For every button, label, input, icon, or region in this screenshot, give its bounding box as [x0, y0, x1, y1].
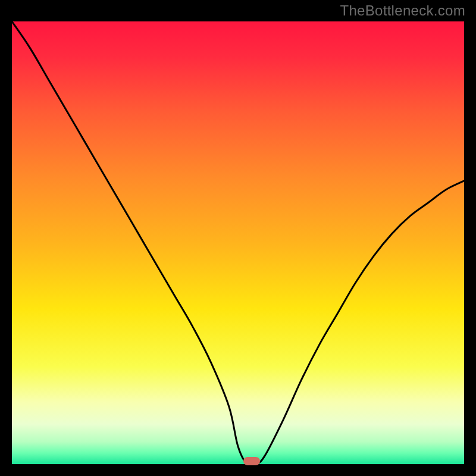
optimal-point-marker [243, 457, 260, 465]
watermark-text: TheBottleneck.com [340, 2, 465, 19]
gradient-background [12, 21, 464, 464]
bottleneck-curve-plot [12, 21, 464, 464]
chart-container: TheBottleneck.com [0, 0, 476, 476]
plot-area [12, 21, 464, 464]
